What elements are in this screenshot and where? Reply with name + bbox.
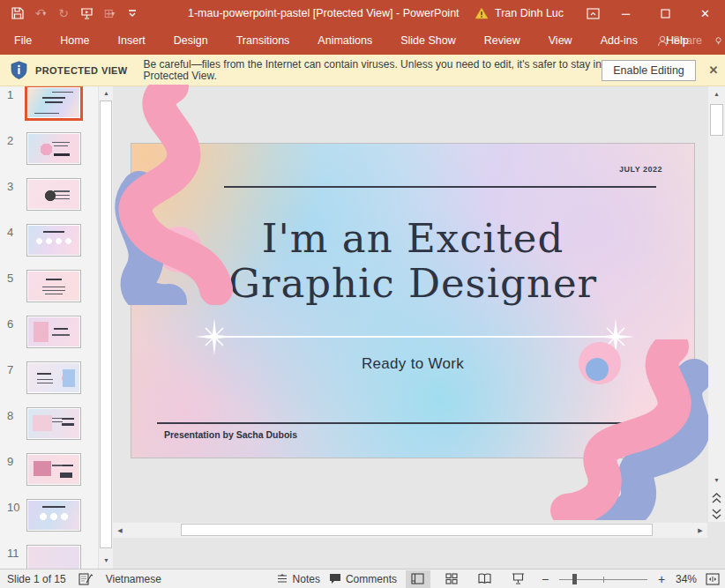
vertical-scrollbar[interactable]: ▲ ▼ <box>708 86 725 522</box>
thumbnail-number: 11 <box>7 547 19 560</box>
account-area[interactable]: Tran Dinh Luc <box>475 0 564 26</box>
notes-button[interactable]: Notes <box>276 573 320 585</box>
spell-check-icon[interactable] <box>78 572 93 585</box>
slide-thumbnail-row[interactable]: 4 <box>0 224 95 270</box>
tab-design[interactable]: Design <box>160 26 222 55</box>
slide-thumbnail-row[interactable]: 2 <box>0 132 95 178</box>
tab-animations[interactable]: Animations <box>303 26 386 55</box>
slide-thumbnail-row[interactable]: 5 <box>0 270 95 316</box>
tab-add-ins[interactable]: Add-ins <box>587 26 652 55</box>
undo-icon[interactable]: ↶▾ <box>30 3 51 24</box>
undo-caret-icon[interactable]: ▾ <box>42 10 46 18</box>
tab-insert[interactable]: Insert <box>104 26 160 55</box>
tell-me-button[interactable]: Tell me <box>703 28 725 53</box>
message-bar-close-icon[interactable]: ✕ <box>706 62 721 78</box>
thumbnail-preview <box>28 501 79 530</box>
sparkle-divider-line <box>217 336 611 338</box>
zoom-slider-tick <box>603 577 604 583</box>
slide-thumbnail[interactable] <box>26 86 81 119</box>
horizontal-scrollbar-thumb[interactable] <box>181 524 653 536</box>
lightbulb-icon <box>715 34 721 48</box>
slide-sorter-view-button[interactable] <box>439 570 464 588</box>
thumbnail-scrollbar[interactable]: ▲ ▼ <box>98 86 113 569</box>
shield-icon <box>11 61 27 79</box>
thumbnail-scrollbar-thumb[interactable] <box>100 100 112 548</box>
slide-thumbnail[interactable] <box>26 361 81 394</box>
scroll-right-icon[interactable]: ▶ <box>693 523 707 538</box>
save-icon[interactable] <box>7 3 28 24</box>
minimize-button[interactable]: ─ <box>606 0 646 26</box>
slide-thumbnail[interactable] <box>26 545 81 569</box>
zoom-out-button[interactable]: − <box>540 572 550 586</box>
horizontal-scrollbar[interactable]: ◀ ▶ <box>113 523 707 538</box>
status-bar: Slide 1 of 15 Vietnamese Notes Comments … <box>0 569 725 588</box>
reading-view-button[interactable] <box>473 570 497 588</box>
slide-thumbnail[interactable] <box>26 407 81 440</box>
slide-thumbnail[interactable] <box>26 499 81 532</box>
slide-thumbnail-row[interactable]: 3 <box>0 178 95 224</box>
slide-thumbnail-row[interactable]: 10 <box>0 499 95 545</box>
zoom-level[interactable]: 34% <box>676 573 697 585</box>
slide-sorter-icon <box>445 573 458 584</box>
thumbnail-number: 4 <box>7 226 13 239</box>
slide-thumbnail-row[interactable]: 9 <box>0 453 95 499</box>
slide-thumbnail[interactable] <box>26 453 81 486</box>
thumbnail-preview <box>28 88 79 117</box>
grid-caret-icon[interactable]: ▾ <box>111 10 115 18</box>
comments-button[interactable]: Comments <box>329 573 397 585</box>
slide-thumbnail-row[interactable]: 7 <box>0 361 95 407</box>
slide-thumbnail[interactable] <box>26 316 81 348</box>
thumbnail-preview <box>28 455 79 484</box>
person-icon <box>657 35 669 47</box>
scroll-left-icon[interactable]: ◀ <box>113 523 127 538</box>
slide-thumbnail-row[interactable]: 1 <box>0 86 95 132</box>
slide-thumbnail-row[interactable]: 11 <box>0 545 95 569</box>
previous-slide-button[interactable] <box>708 490 725 505</box>
slide-thumbnail[interactable] <box>26 224 81 257</box>
scroll-up-icon[interactable]: ▲ <box>99 86 113 100</box>
fit-to-window-icon[interactable] <box>706 573 720 585</box>
thumbnail-preview <box>28 226 79 255</box>
titlebar: ↶▾ ↻ ⊞▾ 1-mau-powerpoint-pastel [Protect… <box>0 0 725 26</box>
tab-review[interactable]: Review <box>470 26 534 55</box>
tab-home[interactable]: Home <box>46 26 103 55</box>
slide-thumbnail[interactable] <box>26 178 81 211</box>
slide-thumbnail-panel: 1 2 3 4 5 6 7 8 9 10 11 ▲ ▼ <box>0 86 113 569</box>
thumbnail-number: 5 <box>7 272 13 285</box>
enable-editing-button[interactable]: Enable Editing <box>602 60 696 81</box>
window-controls: ─ ✕ <box>579 0 725 26</box>
slide-thumbnail[interactable] <box>26 132 81 165</box>
normal-view-button[interactable] <box>406 570 430 588</box>
next-slide-button[interactable] <box>708 506 725 521</box>
tab-slide-show[interactable]: Slide Show <box>386 26 470 55</box>
customize-quick-access-toolbar-icon[interactable] <box>122 3 143 24</box>
scroll-down-icon[interactable]: ▼ <box>708 473 725 487</box>
notes-icon <box>276 574 288 584</box>
slide-indicator[interactable]: Slide 1 of 15 <box>7 573 66 585</box>
language-indicator[interactable]: Vietnamese <box>106 573 161 585</box>
thumbnail-number: 3 <box>7 180 13 193</box>
slide-thumbnail[interactable] <box>26 270 81 302</box>
maximize-button[interactable] <box>646 0 685 26</box>
zoom-in-button[interactable]: + <box>656 572 667 586</box>
zoom-slider-thumb[interactable] <box>572 574 577 584</box>
scroll-down-icon[interactable]: ▼ <box>99 554 113 567</box>
scroll-up-icon[interactable]: ▲ <box>708 86 725 100</box>
close-button[interactable]: ✕ <box>685 0 725 26</box>
tab-view[interactable]: View <box>534 26 587 55</box>
slide-thumbnail-row[interactable]: 6 <box>0 316 95 361</box>
start-slideshow-icon[interactable] <box>76 3 97 24</box>
thumbnail-number: 1 <box>7 88 13 101</box>
thumbnail-number: 2 <box>7 134 13 147</box>
ribbon-display-options-icon[interactable] <box>579 0 606 26</box>
thumbnail-number: 8 <box>7 409 13 422</box>
share-button[interactable]: Share <box>657 34 702 47</box>
slide-show-view-button[interactable] <box>506 570 531 588</box>
grid-icon[interactable]: ⊞▾ <box>99 3 120 24</box>
vertical-scrollbar-thumb[interactable] <box>710 104 723 136</box>
slide-thumbnail-row[interactable]: 8 <box>0 407 95 453</box>
redo-icon[interactable]: ↻ <box>53 3 74 24</box>
tab-transitions[interactable]: Transitions <box>222 26 304 55</box>
zoom-slider[interactable] <box>559 573 647 585</box>
tab-file[interactable]: File <box>0 26 46 55</box>
